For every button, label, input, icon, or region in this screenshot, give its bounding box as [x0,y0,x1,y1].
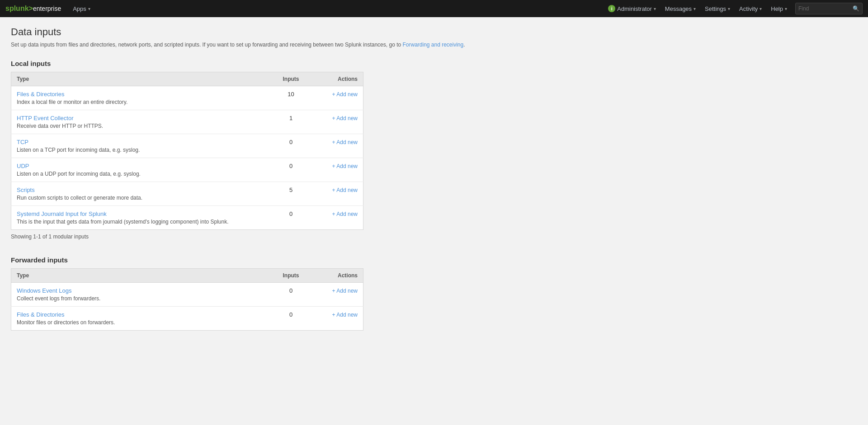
local-inputs-cell-5: 0 [273,206,309,230]
local-add-new-btn-0[interactable]: + Add new [332,91,358,98]
local-inputs-cell-3: 0 [273,158,309,182]
page-description: Set up data inputs from files and direct… [11,41,857,49]
fwd-type-cell-0: Windows Event Logs Collect event logs fr… [11,283,273,307]
local-type-link-4[interactable]: Scripts [17,187,268,193]
local-type-link-3[interactable]: UDP [17,163,268,169]
fwd-actions-cell-0: + Add new [309,283,363,307]
col-type-header: Type [11,72,273,86]
local-inputs-cell-2: 0 [273,134,309,158]
admin-icon: i [608,5,615,12]
brand: splunk> enterprise [5,5,61,13]
forwarded-inputs-table: Type Inputs Actions Windows Event Logs C… [11,268,363,331]
local-type-desc-5: This is the input that gets data from jo… [17,219,229,225]
fwd-col-type-header: Type [11,269,273,283]
local-type-cell-4: Scripts Run custom scripts to collect or… [11,182,273,206]
col-inputs-header: Inputs [273,72,309,86]
nav-settings[interactable]: Settings ▾ [700,0,735,17]
fwd-add-new-btn-0[interactable]: + Add new [332,288,358,294]
local-add-new-btn-1[interactable]: + Add new [332,115,358,121]
local-add-new-btn-3[interactable]: + Add new [332,163,358,169]
local-actions-cell-5: + Add new [309,206,363,230]
local-type-desc-3: Listen on a UDP port for incoming data, … [17,171,141,177]
local-table-row: Scripts Run custom scripts to collect or… [11,182,363,206]
nav-apps[interactable]: Apps ▾ [68,0,95,17]
local-type-desc-0: Index a local file or monitor an entire … [17,99,127,105]
local-actions-cell-4: + Add new [309,182,363,206]
local-table-row: TCP Listen on a TCP port for incoming da… [11,134,363,158]
fwd-type-cell-1: Files & Directories Monitor files or dir… [11,307,273,331]
local-inputs-cell-4: 5 [273,182,309,206]
fwd-type-link-0[interactable]: Windows Event Logs [17,287,268,294]
local-inputs-title: Local inputs [11,60,857,67]
local-add-new-btn-4[interactable]: + Add new [332,187,358,193]
local-table-row: Files & Directories Index a local file o… [11,86,363,110]
local-type-link-2[interactable]: TCP [17,139,268,145]
local-type-link-0[interactable]: Files & Directories [17,91,268,98]
nav-activity[interactable]: Activity ▾ [735,0,766,17]
fwd-col-actions-header: Actions [309,269,363,283]
local-table-row: Systemd Journald Input for Splunk This i… [11,206,363,230]
local-type-cell-0: Files & Directories Index a local file o… [11,86,273,110]
local-inputs-table: Type Inputs Actions Files & Directories … [11,72,363,230]
local-type-desc-1: Receive data over HTTP or HTTPS. [17,123,103,129]
page-content: Data inputs Set up data inputs from file… [0,17,868,354]
admin-caret-icon: ▾ [654,6,656,11]
local-actions-cell-3: + Add new [309,158,363,182]
local-type-cell-2: TCP Listen on a TCP port for incoming da… [11,134,273,158]
apps-caret-icon: ▾ [88,6,90,11]
page-title: Data inputs [11,26,857,38]
col-actions-header: Actions [309,72,363,86]
fwd-actions-cell-1: + Add new [309,307,363,331]
help-caret-icon: ▾ [785,6,787,11]
fwd-type-desc-0: Collect event logs from forwarders. [17,295,100,302]
messages-caret-icon: ▾ [693,6,696,11]
fwd-col-inputs-header: Inputs [273,269,309,283]
forwarded-inputs-section: Forwarded inputs Type Inputs Actions Win… [11,256,857,331]
fwd-inputs-cell-0: 0 [273,283,309,307]
brand-splunk: splunk> [5,5,33,13]
fwd-add-new-btn-1[interactable]: + Add new [332,312,358,318]
nav-help[interactable]: Help ▾ [766,0,792,17]
search-input[interactable] [798,5,853,12]
nav-messages[interactable]: Messages ▾ [660,0,700,17]
local-type-desc-2: Listen on a TCP port for incoming data, … [17,147,140,153]
brand-enterprise: enterprise [33,5,61,12]
local-actions-cell-1: + Add new [309,110,363,134]
search-icon[interactable]: 🔍 [853,5,859,12]
fwd-inputs-cell-1: 0 [273,307,309,331]
local-type-link-1[interactable]: HTTP Event Collector [17,115,268,121]
activity-caret-icon: ▾ [760,6,762,11]
local-type-cell-1: HTTP Event Collector Receive data over H… [11,110,273,134]
local-inputs-cell-0: 10 [273,86,309,110]
local-type-cell-5: Systemd Journald Input for Splunk This i… [11,206,273,230]
local-add-new-btn-2[interactable]: + Add new [332,139,358,145]
local-type-desc-4: Run custom scripts to collect or generat… [17,195,142,201]
local-inputs-cell-1: 1 [273,110,309,134]
local-table-row: UDP Listen on a UDP port for incoming da… [11,158,363,182]
nav-administrator[interactable]: i Administrator ▾ [604,0,660,17]
showing-note: Showing 1-1 of 1 modular inputs [11,230,857,242]
fwd-table-row: Files & Directories Monitor files or dir… [11,307,363,331]
local-type-cell-3: UDP Listen on a UDP port for incoming da… [11,158,273,182]
local-inputs-section: Local inputs Type Inputs Actions Files &… [11,60,857,242]
local-type-link-5[interactable]: Systemd Journald Input for Splunk [17,210,268,217]
local-actions-cell-2: + Add new [309,134,363,158]
forwarding-receiving-link[interactable]: Forwarding and receiving [402,42,463,48]
local-add-new-btn-5[interactable]: + Add new [332,211,358,217]
navbar: splunk> enterprise Apps ▾ i Administrato… [0,0,868,17]
navbar-right: i Administrator ▾ Messages ▾ Settings ▾ … [604,0,863,17]
forwarded-inputs-title: Forwarded inputs [11,256,857,264]
settings-caret-icon: ▾ [728,6,730,11]
fwd-type-desc-1: Monitor files or directories on forwarde… [17,319,115,326]
fwd-table-row: Windows Event Logs Collect event logs fr… [11,283,363,307]
local-actions-cell-0: + Add new [309,86,363,110]
search-box[interactable]: 🔍 [795,3,863,14]
fwd-type-link-1[interactable]: Files & Directories [17,311,268,318]
local-table-row: HTTP Event Collector Receive data over H… [11,110,363,134]
